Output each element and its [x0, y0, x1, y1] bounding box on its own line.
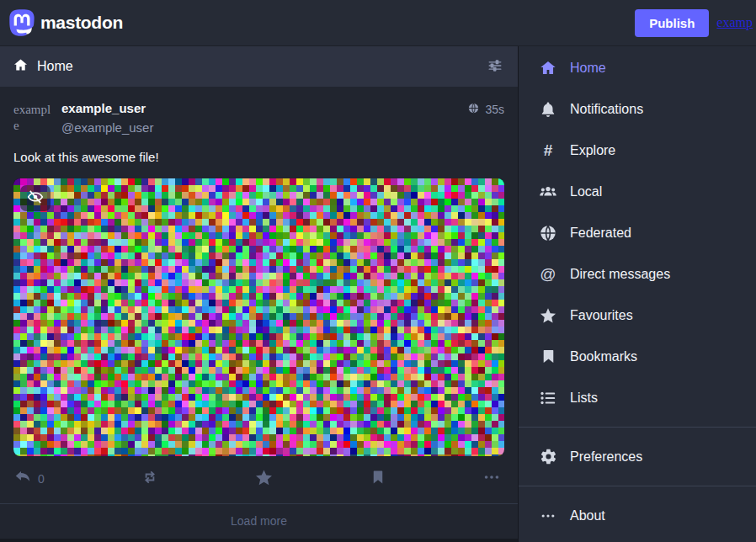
sidebar-item-home[interactable]: Home [519, 47, 756, 88]
column-title: Home [37, 59, 73, 74]
nav-main: Home Notifications # Explore [519, 47, 756, 418]
star-icon [539, 306, 557, 325]
sidebar-item-label: Home [570, 61, 606, 76]
globe-icon [539, 224, 557, 242]
account-names[interactable]: example_user @example_user [61, 98, 467, 135]
sidebar-item-label: Bookmarks [570, 349, 637, 364]
status-meta[interactable]: 35s [467, 98, 504, 117]
at-icon: @ [539, 265, 557, 284]
boost-button[interactable] [141, 468, 159, 489]
column-settings-button[interactable] [485, 56, 505, 77]
gear-icon [539, 448, 557, 466]
globe-visibility-icon [467, 102, 480, 117]
sidebar-item-lists[interactable]: Lists [519, 377, 756, 418]
timestamp: 35s [485, 103, 504, 116]
sidebar-item-label: Local [570, 184, 602, 199]
sidebar-item-label: Notifications [570, 102, 643, 117]
home-icon [13, 57, 29, 77]
account-link[interactable]: examp [716, 15, 753, 30]
column-header-home[interactable]: Home [0, 46, 518, 87]
divider [519, 427, 756, 428]
status-action-bar: 0 [13, 466, 504, 492]
mastodon-app: mastodon Publish examp Home [0, 0, 756, 542]
load-more-button[interactable]: Load more [0, 504, 518, 539]
reply-icon [13, 468, 32, 489]
more-options-button[interactable] [482, 468, 501, 489]
sidebar-item-label: Preferences [570, 449, 642, 465]
sidebar-item-label: Favourites [570, 308, 633, 323]
display-name: example_user [61, 101, 467, 115]
sidebar-item-label: Direct messages [570, 267, 670, 282]
favourite-button[interactable] [254, 468, 274, 490]
sidebar-item-label: Federated [570, 226, 631, 241]
topbar-right: Publish examp [635, 9, 753, 37]
eye-slash-icon [27, 189, 44, 208]
people-icon [539, 183, 557, 201]
sidebar-item-notifications[interactable]: Notifications [519, 88, 756, 130]
home-timeline-column: Home example example_us [0, 46, 518, 542]
status-post: example example_user @example_user 35s [0, 87, 518, 503]
star-icon [254, 468, 274, 490]
sidebar-item-direct-messages[interactable]: @ Direct messages [519, 253, 756, 295]
top-bar: mastodon Publish examp [0, 0, 756, 46]
status-header: example example_user @example_user 35s [13, 98, 504, 137]
bell-icon [539, 100, 557, 119]
sidebar-item-local[interactable]: Local [519, 171, 756, 212]
sidebar-item-preferences[interactable]: Preferences [519, 436, 756, 477]
sidebar-item-label: Explore [570, 143, 615, 158]
sliders-icon [487, 57, 503, 77]
main-layout: Home example example_us [0, 46, 756, 542]
sidebar-item-label: Lists [570, 391, 598, 406]
brand-logo-link[interactable]: mastodon [8, 8, 123, 38]
reply-count: 0 [38, 472, 45, 486]
sidebar-item-favourites[interactable]: Favourites [519, 295, 756, 336]
ellipsis-icon [482, 468, 501, 489]
status-content: Look at this awesome file! [13, 149, 504, 166]
media-noise-canvas [13, 178, 504, 456]
publish-button[interactable]: Publish [635, 9, 709, 37]
brand-wordmark: mastodon [40, 13, 123, 33]
media-attachment[interactable] [13, 178, 504, 456]
divider [519, 486, 756, 486]
sidebar-item-bookmarks[interactable]: Bookmarks [519, 336, 756, 377]
account-handle: @example_user [61, 120, 467, 135]
sidebar-item-federated[interactable]: Federated [519, 212, 756, 253]
mastodon-logo-icon [8, 8, 35, 38]
bookmark-icon [370, 469, 386, 488]
hashtag-icon: # [539, 141, 557, 160]
ellipsis-icon [539, 507, 557, 525]
reply-button[interactable]: 0 [13, 468, 45, 489]
sidebar-item-label: About [570, 508, 605, 523]
bookmark-button[interactable] [370, 469, 386, 488]
hide-media-button[interactable] [20, 185, 51, 211]
boost-icon [141, 468, 159, 489]
sidebar-item-about[interactable]: About [519, 495, 756, 536]
home-icon [539, 59, 557, 77]
navigation-panel: Home Notifications # Explore [518, 46, 756, 542]
bookmark-icon [539, 348, 557, 366]
list-icon [539, 389, 557, 407]
avatar[interactable]: example [13, 98, 52, 137]
sidebar-item-explore[interactable]: # Explore [519, 130, 756, 171]
